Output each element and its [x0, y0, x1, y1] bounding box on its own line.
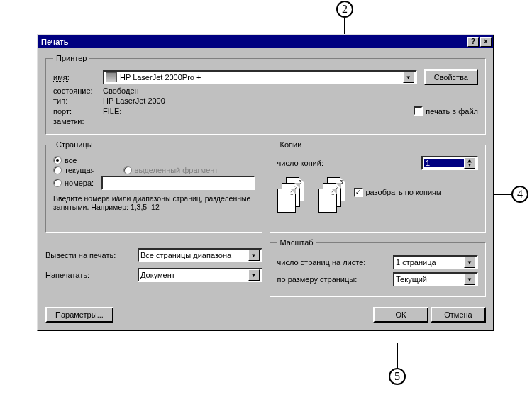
- copies-group: Копии число копий: 1 ▲▼ 3 2: [270, 140, 487, 233]
- scale-group: Масштаб число страниц на листе: 1 страни…: [270, 238, 487, 297]
- status-label: состояние:: [53, 86, 103, 95]
- per-sheet-combo[interactable]: 1 страница ▼: [393, 255, 478, 269]
- cancel-button[interactable]: Отмена: [431, 307, 486, 323]
- fit-combo[interactable]: Текущий ▼: [393, 272, 478, 286]
- spinner-buttons-icon[interactable]: ▲▼: [464, 157, 475, 169]
- pages-hint: Введите номера и/или диапазоны страниц, …: [53, 194, 255, 211]
- pages-group: Страницы все текущая: [45, 140, 262, 233]
- callout-4: 4: [511, 186, 528, 203]
- fit-label: по размеру страницы:: [277, 275, 394, 284]
- close-button[interactable]: ×: [480, 37, 492, 47]
- radio-dot-icon: [53, 179, 62, 187]
- printer-name-label: имя:: [53, 73, 103, 82]
- collate-label: разобрать по копиям: [366, 188, 442, 196]
- fit-value: Текущий: [396, 275, 427, 284]
- dropdown-icon[interactable]: ▼: [464, 274, 475, 285]
- dropdown-icon[interactable]: ▼: [403, 72, 414, 83]
- printer-group: Принтер имя: HP LaserJet 2000Pro + ▼ Сво…: [45, 54, 486, 135]
- output-what-combo[interactable]: Документ ▼: [138, 268, 262, 282]
- checkbox-box-icon: ✓: [354, 188, 363, 197]
- pages-all-radio[interactable]: все: [53, 156, 77, 164]
- dropdown-icon[interactable]: ▼: [464, 257, 475, 268]
- output-print-label: Вывести на печать:: [45, 251, 138, 259]
- properties-button[interactable]: Свойства: [424, 69, 478, 85]
- copies-count-value: 1: [424, 159, 464, 167]
- callout-line-5: [397, 343, 398, 369]
- type-label: тип:: [53, 96, 103, 105]
- pages-numbers-radio[interactable]: номера:: [53, 179, 101, 187]
- dialog-title: Печать: [40, 38, 466, 46]
- pages-selection-label: выделенный фрагмент: [135, 166, 218, 174]
- collate-checkbox[interactable]: ✓ разобрать по копиям: [354, 188, 442, 197]
- status-value: Свободен: [103, 86, 139, 95]
- callout-5: 5: [389, 368, 406, 385]
- help-button[interactable]: ?: [467, 37, 479, 47]
- print-dialog: Печать ? × Принтер имя: HP LaserJet 2000…: [37, 34, 494, 331]
- checkbox-box-icon: [414, 106, 423, 116]
- printer-name-value: HP LaserJet 2000Pro +: [120, 73, 201, 82]
- radio-dot-icon: [53, 156, 62, 164]
- per-sheet-value: 1 страница: [396, 258, 436, 267]
- dropdown-icon[interactable]: ▼: [248, 250, 260, 261]
- pages-current-label: текущая: [65, 166, 95, 174]
- printer-name-combo[interactable]: HP LaserJet 2000Pro + ▼: [103, 70, 417, 84]
- type-value: HP LaserJet 2000: [103, 96, 165, 105]
- pages-numbers-label: номера:: [65, 179, 94, 187]
- print-to-file-label: печать в файл: [426, 107, 478, 116]
- pages-numbers-input[interactable]: [101, 176, 255, 190]
- copies-count-label: число копий:: [277, 159, 422, 167]
- per-sheet-label: число страниц на листе:: [277, 258, 394, 267]
- radio-dot-icon: [123, 166, 132, 174]
- titlebar: Печать ? ×: [38, 35, 493, 48]
- notes-label: заметки:: [53, 117, 103, 125]
- callout-2: 2: [336, 1, 353, 18]
- output-print-combo[interactable]: Все страницы диапазона ▼: [138, 248, 262, 262]
- ok-button[interactable]: ОК: [373, 307, 428, 323]
- port-label: порт:: [53, 107, 103, 116]
- port-value: FILE:: [103, 107, 414, 116]
- printer-legend: Принтер: [53, 54, 89, 62]
- pages-all-label: все: [65, 156, 77, 164]
- collate-illustration: 3 2 1 3 2 1: [277, 177, 347, 213]
- printer-icon: [106, 72, 117, 82]
- pages-legend: Страницы: [53, 140, 96, 149]
- scale-legend: Масштаб: [277, 238, 316, 247]
- output-what-value: Документ: [140, 271, 175, 279]
- dropdown-icon[interactable]: ▼: [248, 269, 260, 281]
- radio-dot-icon: [53, 166, 62, 174]
- pages-current-radio[interactable]: текущая: [53, 166, 95, 174]
- copies-count-spinner[interactable]: 1 ▲▼: [421, 156, 478, 170]
- output-what-label: Напечатать:: [45, 271, 138, 279]
- pages-selection-radio: выделенный фрагмент: [123, 166, 218, 174]
- output-print-value: Все страницы диапазона: [140, 251, 231, 259]
- print-to-file-checkbox[interactable]: печать в файл: [414, 106, 478, 116]
- copies-legend: Копии: [277, 140, 305, 149]
- options-button[interactable]: Параметры...: [45, 307, 113, 323]
